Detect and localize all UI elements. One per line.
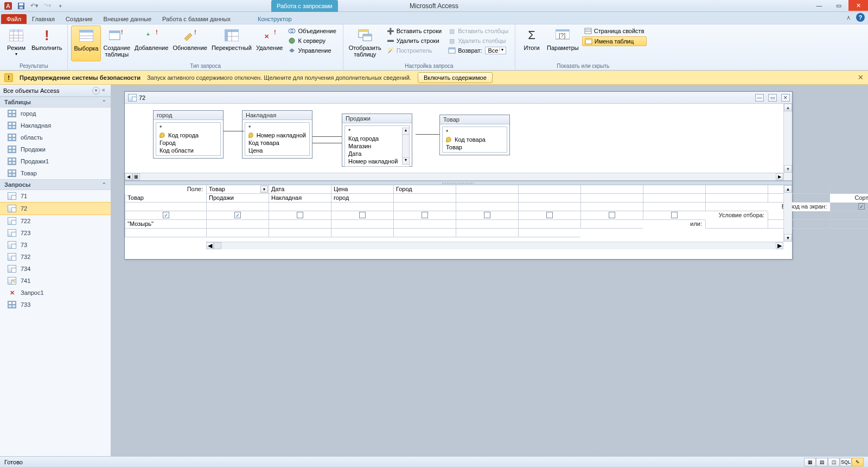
grid-cell[interactable] xyxy=(643,203,705,211)
security-message[interactable]: Запуск активного содержимого отключен. Щ… xyxy=(147,74,411,81)
field-list[interactable]: *Код городаГородКод области xyxy=(156,122,221,156)
deleterows-button[interactable]: ➖Удалить строки xyxy=(385,36,444,45)
doc-minimize-button[interactable]: — xyxy=(755,94,764,102)
field-item[interactable]: Товар xyxy=(444,143,506,151)
table-box[interactable]: Продажи*Код городаМагазинДатаНомер накла… xyxy=(342,113,412,167)
grid-cell[interactable] xyxy=(705,220,768,229)
field-list[interactable]: *Код городаМагазинДатаНомер накладной xyxy=(344,125,410,167)
insertrows-button[interactable]: ➕Вставить строки xyxy=(385,27,444,35)
grid-cell[interactable] xyxy=(580,211,643,220)
close-button[interactable]: ✕ xyxy=(848,0,868,11)
checkbox[interactable] xyxy=(671,212,678,218)
checkbox[interactable] xyxy=(609,212,615,218)
design-view-button[interactable]: ✎ xyxy=(852,458,864,466)
table-box[interactable]: город*Код городаГородКод области xyxy=(153,110,224,159)
grid-cell[interactable] xyxy=(206,229,269,237)
grid-cell[interactable]: Товар xyxy=(125,194,206,203)
fieldlist-scroll[interactable]: ▲▼ xyxy=(402,128,410,165)
grid-cell[interactable] xyxy=(768,194,830,203)
grid-cell[interactable] xyxy=(643,211,705,220)
security-close-icon[interactable]: ✕ xyxy=(858,73,864,81)
field-item[interactable]: * xyxy=(246,124,308,131)
grid-cell[interactable]: Дата xyxy=(269,185,331,194)
nav-group-queries[interactable]: Запросы⌃ xyxy=(0,179,111,190)
nav-header[interactable]: Все объекты Access ▾« xyxy=(0,85,111,97)
field-item[interactable]: * xyxy=(157,124,219,131)
field-list[interactable]: *Код товараТовар xyxy=(442,127,507,153)
append-button[interactable]: +!Добавление xyxy=(132,26,170,61)
checkbox[interactable] xyxy=(297,212,303,218)
table-box[interactable]: Накладная*Номер накладнойКод товараЦена xyxy=(242,110,312,159)
nav-table-item[interactable]: Товар xyxy=(0,167,111,179)
nav-query-item[interactable]: 723 xyxy=(0,227,111,239)
grid-cell[interactable] xyxy=(643,194,705,203)
tablenames-button[interactable]: Имена таблиц xyxy=(582,36,647,46)
grid-cell[interactable] xyxy=(456,211,518,220)
grid-cell[interactable] xyxy=(393,194,456,203)
delete-query-button[interactable]: ✕!Удаление xyxy=(254,26,285,61)
grid-cell[interactable] xyxy=(393,220,456,229)
grid-cell[interactable]: город xyxy=(331,194,393,203)
field-item[interactable]: Код города xyxy=(346,135,408,142)
nav-table-item[interactable]: область xyxy=(0,131,111,143)
tab-create[interactable]: Создание xyxy=(60,14,98,24)
grid-cell[interactable] xyxy=(580,185,643,194)
showtable-button[interactable]: Отобразить таблицу xyxy=(347,26,384,61)
grid-cell[interactable] xyxy=(518,194,580,203)
grid-cell[interactable] xyxy=(206,220,269,229)
field-item[interactable]: Город xyxy=(157,139,219,147)
nav-collapse-icon[interactable]: « xyxy=(102,87,107,94)
grid-cell[interactable] xyxy=(580,220,643,229)
union-button[interactable]: Объединение xyxy=(286,27,338,35)
grid-cell[interactable] xyxy=(830,211,868,220)
table-box-title[interactable]: Накладная xyxy=(242,111,312,120)
update-button[interactable]: !Обновление xyxy=(170,26,209,61)
grid-cell[interactable]: ✓ xyxy=(206,211,269,220)
tab-design[interactable]: Конструктор xyxy=(252,14,297,24)
doc-maximize-button[interactable]: ▭ xyxy=(768,94,777,102)
grid-cell[interactable] xyxy=(393,229,456,237)
totals-button[interactable]: ΣИтоги xyxy=(519,26,545,61)
grid-hscroll[interactable]: ◀▶ xyxy=(206,242,783,249)
nav-filter-icon[interactable]: ▾ xyxy=(92,87,100,94)
grid-cell[interactable] xyxy=(518,229,580,237)
enable-content-button[interactable]: Включить содержимое xyxy=(418,72,493,83)
field-list[interactable]: *Номер накладнойКод товараЦена xyxy=(245,122,310,156)
minimize-button[interactable]: — xyxy=(809,0,829,11)
grid-cell[interactable] xyxy=(456,220,518,229)
grid-cell[interactable]: Накладная xyxy=(269,194,331,203)
nav-query-item[interactable]: 732 xyxy=(0,251,111,263)
qat-customize-icon[interactable]: ▾ xyxy=(54,1,66,11)
nav-query-item[interactable]: 734 xyxy=(0,263,111,275)
grid-cell[interactable] xyxy=(768,185,830,194)
help-icon[interactable]: ? xyxy=(856,13,865,22)
field-item[interactable]: Номер накладной xyxy=(346,157,408,165)
grid-cell[interactable] xyxy=(580,194,643,203)
grid-cell[interactable] xyxy=(393,211,456,220)
grid-cell[interactable]: Город xyxy=(393,185,456,194)
grid-cell[interactable]: Продажи xyxy=(206,194,269,203)
table-box-title[interactable]: город xyxy=(154,111,223,120)
field-item[interactable]: Код товара xyxy=(246,139,308,147)
passthrough-button[interactable]: К серверу xyxy=(286,36,338,45)
grid-cell[interactable] xyxy=(518,185,580,194)
redo-icon[interactable]: ↷▾ xyxy=(41,1,53,11)
crosstab-button[interactable]: Перекрестный xyxy=(209,26,254,61)
grid-cell[interactable] xyxy=(331,203,393,211)
doc-close-button[interactable]: ✕ xyxy=(781,94,790,102)
grid-cell[interactable]: "Мозырь" xyxy=(125,220,206,229)
checkbox[interactable]: ✓ xyxy=(163,212,169,218)
grid-cell[interactable] xyxy=(331,211,393,220)
table-box-title[interactable]: Продажи xyxy=(342,114,412,123)
run-button[interactable]: !Выполнить xyxy=(29,26,64,61)
field-item[interactable]: * xyxy=(346,127,408,135)
checkbox[interactable] xyxy=(422,212,428,218)
grid-cell[interactable] xyxy=(705,194,768,203)
grid-cell[interactable] xyxy=(768,211,830,220)
propsheet-button[interactable]: Страница свойств xyxy=(582,27,647,35)
pivotchart-view-button[interactable]: ◫ xyxy=(828,458,840,466)
tab-home[interactable]: Главная xyxy=(27,14,60,24)
view-button[interactable]: Режим▾ xyxy=(3,26,29,61)
table-box-title[interactable]: Товар xyxy=(440,115,509,124)
nav-table-item[interactable]: город xyxy=(0,108,111,119)
